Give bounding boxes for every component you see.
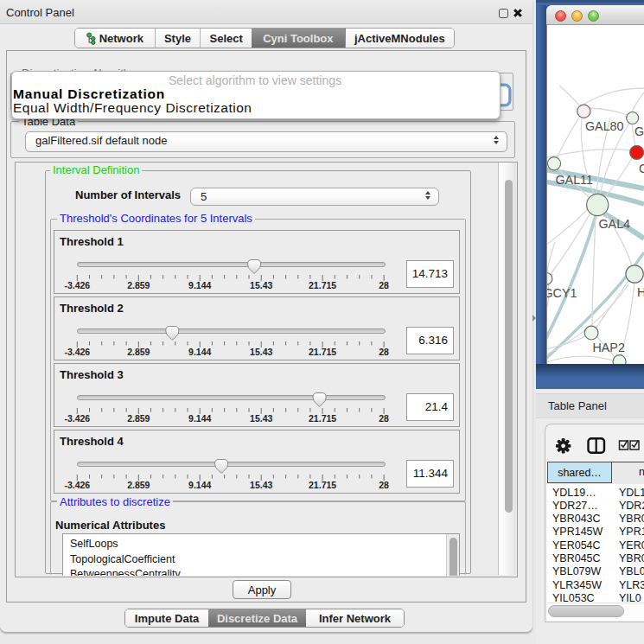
svg-text:GAL11: GAL11 [556,173,593,187]
svg-text:HAP2: HAP2 [593,341,625,354]
svg-text:H: H [637,285,644,299]
svg-text:GAL4: GAL4 [599,217,631,231]
svg-text:G: G [639,162,644,175]
svg-text:GAL80: GAL80 [585,119,624,133]
svg-text:GCY1: GCY1 [546,286,577,300]
svg-text:GA: GA [634,124,644,138]
